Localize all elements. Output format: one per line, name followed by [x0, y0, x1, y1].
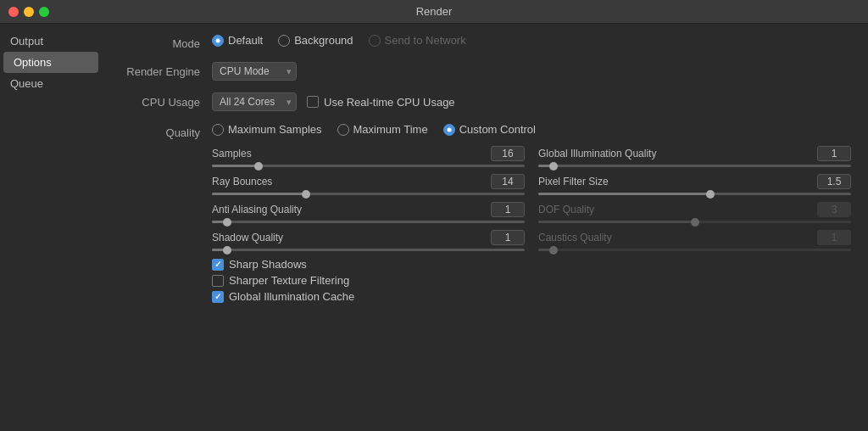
shadow-quality-slider-container	[212, 249, 525, 251]
ray-bounces-slider-container	[212, 193, 525, 195]
render-engine-row: Render Engine CPU Mode GPU Mode	[119, 62, 851, 81]
quality-left-col: Samples 16	[212, 146, 525, 303]
mode-background-radio[interactable]	[278, 35, 290, 47]
quality-custom-radio[interactable]	[443, 124, 455, 136]
render-engine-content: CPU Mode GPU Mode	[212, 62, 851, 81]
mode-background[interactable]: Background	[278, 34, 353, 47]
shadow-quality-item: Shadow Quality 1	[212, 230, 525, 251]
samples-item: Samples 16	[212, 146, 525, 167]
sidebar-item-options[interactable]: Options	[3, 52, 98, 73]
cpu-cores-dropdown[interactable]: All 24 Cores Half Cores 1 Core	[212, 92, 297, 111]
sidebar-item-queue[interactable]: Queue	[0, 73, 102, 94]
dof-quality-item: DOF Quality 3	[538, 202, 851, 223]
gi-quality-value[interactable]: 1	[817, 146, 851, 161]
quality-content: Maximum Samples Maximum Time Custom Cont…	[212, 123, 851, 303]
gi-quality-slider-container	[538, 165, 851, 167]
close-button[interactable]	[8, 7, 19, 17]
dof-quality-thumb	[691, 218, 699, 227]
pixel-filter-value[interactable]: 1.5	[817, 174, 851, 189]
realtime-cpu-checkbox[interactable]	[307, 96, 319, 108]
samples-slider-track[interactable]	[212, 165, 525, 167]
render-engine-label: Render Engine	[119, 62, 212, 78]
gi-quality-item: Global Illumination Quality 1	[538, 146, 851, 167]
titlebar: Render	[0, 0, 868, 24]
gi-cache-item[interactable]: Global Illumination Cache	[212, 290, 525, 303]
mode-background-label: Background	[294, 34, 353, 47]
sharper-texture-label: Sharper Texture Filtering	[229, 274, 349, 287]
gi-cache-label: Global Illumination Cache	[229, 290, 354, 303]
zoom-button[interactable]	[39, 7, 49, 17]
render-engine-dropdown-wrapper: CPU Mode GPU Mode	[212, 62, 297, 81]
mode-network-radio[interactable]	[369, 35, 381, 47]
caustics-quality-label: Caustics Quality	[538, 232, 612, 243]
dof-quality-header: DOF Quality 3	[538, 202, 851, 217]
mode-default-radio[interactable]	[212, 35, 224, 47]
quality-max-samples-radio[interactable]	[212, 124, 224, 136]
samples-header: Samples 16	[212, 146, 525, 161]
mode-send-network[interactable]: Send to Network	[369, 34, 466, 47]
cpu-usage-inline: All 24 Cores Half Cores 1 Core Use Real-…	[212, 92, 851, 111]
quality-custom-control[interactable]: Custom Control	[443, 123, 536, 136]
quality-max-samples[interactable]: Maximum Samples	[212, 123, 322, 136]
mode-label: Mode	[119, 34, 212, 50]
sharp-shadows-label: Sharp Shadows	[229, 258, 307, 271]
mode-default[interactable]: Default	[212, 34, 263, 47]
mode-default-label: Default	[228, 34, 263, 47]
pixel-filter-slider-track[interactable]	[538, 193, 851, 195]
anti-aliasing-value[interactable]: 1	[491, 202, 525, 217]
window-title: Render	[416, 5, 453, 18]
gi-quality-header: Global Illumination Quality 1	[538, 146, 851, 161]
sidebar-item-output[interactable]: Output	[0, 31, 102, 52]
cpu-usage-label: CPU Usage	[119, 92, 212, 109]
quality-max-time-label: Maximum Time	[353, 123, 428, 136]
mode-network-label: Send to Network	[385, 34, 466, 47]
caustics-quality-value: 1	[817, 230, 851, 245]
quality-max-time-radio[interactable]	[337, 124, 349, 136]
caustics-quality-slider-container	[538, 249, 851, 251]
samples-label: Samples	[212, 148, 252, 160]
pixel-filter-label: Pixel Filter Size	[538, 176, 609, 188]
sharp-shadows-checkbox[interactable]	[212, 259, 224, 271]
ray-bounces-thumb[interactable]	[302, 190, 310, 199]
pixel-filter-header: Pixel Filter Size 1.5	[538, 174, 851, 189]
gi-cache-checkbox[interactable]	[212, 291, 224, 303]
samples-value[interactable]: 16	[491, 146, 525, 161]
realtime-cpu-checkbox-item[interactable]: Use Real-time CPU Usage	[307, 96, 455, 109]
ray-bounces-slider-track[interactable]	[212, 193, 525, 195]
shadow-quality-slider-track[interactable]	[212, 249, 525, 251]
anti-aliasing-slider-track[interactable]	[212, 221, 525, 223]
sidebar: Output Options Queue	[0, 24, 102, 431]
samples-slider-container	[212, 165, 525, 167]
dof-quality-slider-container	[538, 221, 851, 223]
quality-max-time[interactable]: Maximum Time	[337, 123, 428, 136]
quality-controls-grid: Samples 16	[212, 146, 851, 303]
anti-aliasing-item: Anti Aliasing Quality 1	[212, 202, 525, 223]
samples-slider-thumb[interactable]	[254, 162, 263, 171]
shadow-quality-thumb[interactable]	[223, 246, 231, 255]
gi-quality-slider-track[interactable]	[538, 165, 851, 167]
dof-quality-fill	[538, 221, 695, 223]
cpu-usage-content: All 24 Cores Half Cores 1 Core Use Real-…	[212, 92, 851, 111]
quality-max-samples-label: Maximum Samples	[228, 123, 322, 136]
ray-bounces-value[interactable]: 14	[491, 174, 525, 189]
caustics-quality-item: Caustics Quality 1	[538, 230, 851, 251]
traffic-lights	[8, 7, 49, 17]
dof-quality-label: DOF Quality	[538, 204, 594, 216]
cpu-usage-row: CPU Usage All 24 Cores Half Cores 1 Core…	[119, 92, 851, 111]
anti-aliasing-thumb[interactable]	[223, 218, 231, 227]
render-engine-dropdown[interactable]: CPU Mode GPU Mode	[212, 62, 297, 81]
sharper-texture-checkbox[interactable]	[212, 275, 224, 287]
pixel-filter-thumb[interactable]	[706, 190, 715, 199]
ray-bounces-item: Ray Bounces 14	[212, 174, 525, 195]
ray-bounces-header: Ray Bounces 14	[212, 174, 525, 189]
pixel-filter-fill	[538, 193, 710, 195]
shadow-quality-value[interactable]: 1	[491, 230, 525, 245]
shadow-quality-header: Shadow Quality 1	[212, 230, 525, 245]
cpu-cores-wrapper: All 24 Cores Half Cores 1 Core	[212, 92, 297, 111]
minimize-button[interactable]	[24, 7, 34, 17]
pixel-filter-item: Pixel Filter Size 1.5	[538, 174, 851, 195]
sharper-texture-item[interactable]: Sharper Texture Filtering	[212, 274, 525, 287]
sharp-shadows-item[interactable]: Sharp Shadows	[212, 258, 525, 271]
gi-quality-thumb[interactable]	[549, 162, 558, 171]
quality-label: Quality	[119, 123, 212, 139]
